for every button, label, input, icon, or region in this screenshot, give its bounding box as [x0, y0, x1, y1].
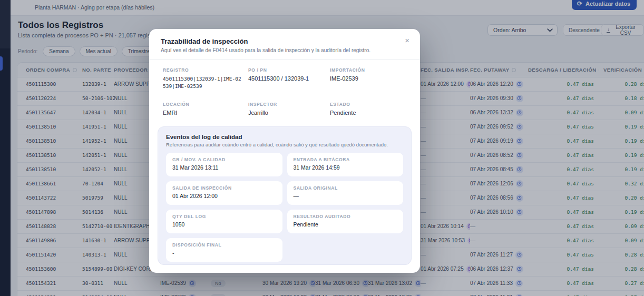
- modal-header: Trazabilidad de inspección Aquí ves el d…: [149, 29, 420, 60]
- quality-log-events-panel: Eventos del log de calidad Referencias p…: [158, 126, 412, 265]
- event-card-label: SALIDA ORIGINAL: [294, 185, 397, 191]
- modal-info-grid: REGISTRO4501115300|132039-1|IME-02539|IM…: [149, 60, 420, 116]
- modal-title: Trazabilidad de inspección: [161, 37, 408, 45]
- event-card-salida-de-inspecci-n: SALIDA DE INSPECCIÓN01 Abr 2026 12:00: [166, 181, 282, 205]
- field-label: IMPORTACIÓN: [330, 67, 406, 73]
- modal-field-estado: ESTADOPendiente: [330, 102, 406, 116]
- event-card-value: Pendiente: [294, 221, 397, 228]
- event-card-label: GR / MOV. A CALIDAD: [172, 157, 276, 162]
- event-card-value: 1050: [172, 221, 276, 228]
- event-card-qty-del-log: QTY DEL LOG1050: [166, 210, 282, 233]
- field-value: Jcarrillo: [248, 110, 330, 116]
- inspection-trace-modal: Trazabilidad de inspección Aquí ves el d…: [149, 29, 420, 273]
- field-label: PO / PN: [248, 67, 330, 73]
- modal-field-importaci-n: IMPORTACIÓNIME-02539: [330, 67, 406, 90]
- event-card-value: —: [294, 193, 397, 199]
- event-card-resultado-auditado: RESULTADO AUDITADOPendiente: [287, 210, 404, 233]
- event-card-label: ENTRADA A BITÁCORA: [294, 157, 397, 162]
- event-card-gr-mov-a-calidad: GR / MOV. A CALIDAD31 Mar 2026 13:11: [166, 153, 282, 176]
- event-card-label: DISPOSICIÓN FINAL: [172, 242, 276, 248]
- field-value: 4501115300 / 132039-1: [248, 75, 330, 82]
- event-card-label: RESULTADO AUDITADO: [294, 214, 397, 219]
- event-card-value: 31 Mar 2026 14:59: [294, 164, 397, 171]
- field-label: REGISTRO: [163, 67, 248, 73]
- event-cards-grid: GR / MOV. A CALIDAD31 Mar 2026 13:11ENTR…: [166, 153, 403, 262]
- field-label: ESTADO: [330, 102, 406, 107]
- event-card-value: 01 Abr 2026 12:00: [172, 193, 276, 199]
- close-icon[interactable]: ×: [405, 36, 409, 44]
- event-card-value: 31 Mar 2026 13:11: [172, 164, 276, 171]
- field-label: INSPECTOR: [248, 102, 330, 107]
- event-card-label: SALIDA DE INSPECCIÓN: [172, 185, 276, 191]
- modal-field-inspector: INSPECTORJcarrillo: [248, 102, 330, 116]
- modal-field-registro: REGISTRO4501115300|132039-1|IME-02539|IM…: [163, 67, 248, 90]
- modal-subtitle: Aquí ves el detalle de F0414 usado para …: [161, 47, 408, 53]
- field-value: 4501115300|132039-1|IME-02539|IME-02539: [163, 75, 243, 90]
- event-card-label: QTY DEL LOG: [172, 214, 276, 219]
- modal-field-po-pn: PO / PN4501115300 / 132039-1: [248, 67, 330, 90]
- field-value: EMRI: [163, 110, 248, 116]
- events-title: Eventos del log de calidad: [166, 134, 403, 140]
- field-value: IME-02539: [330, 75, 406, 82]
- event-card-disposici-n-final: DISPOSICIÓN FINAL-: [166, 238, 282, 262]
- event-card-salida-original: SALIDA ORIGINAL—: [287, 181, 404, 205]
- field-value: Pendiente: [330, 110, 406, 116]
- event-card-entrada-a-bit-cora: ENTRADA A BITÁCORA31 Mar 2026 14:59: [287, 153, 404, 176]
- modal-field-locaci-n: LOCACIÓNEMRI: [163, 102, 248, 116]
- field-label: LOCACIÓN: [163, 102, 248, 107]
- events-subtitle: Referencias para auditar cuándo entró a …: [166, 142, 403, 147]
- event-card-value: -: [172, 250, 276, 256]
